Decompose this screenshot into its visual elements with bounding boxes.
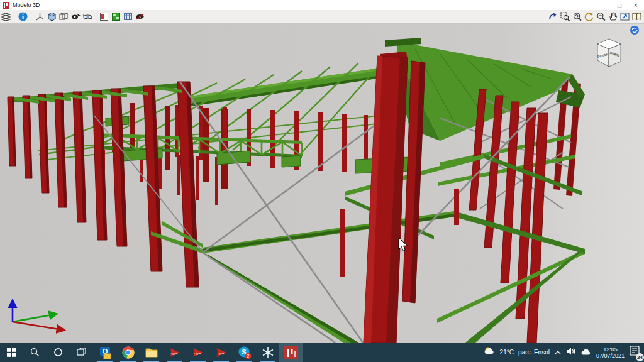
outlook-icon[interactable]: O — [93, 343, 116, 362]
file-explorer-icon[interactable] — [140, 343, 163, 362]
notification-icon[interactable]: 24 — [629, 345, 641, 360]
clock[interactable]: 12:05 07/07/2021 — [596, 346, 625, 359]
minimize-button[interactable]: – — [595, 0, 611, 10]
system-tray: 21°C parc. Ensol 12:05 07/07/2021 24 — [483, 343, 644, 362]
volume-icon[interactable] — [566, 347, 576, 358]
view-cube[interactable]: Frontal Direita — [597, 39, 621, 67]
clock-date: 07/07/2021 — [596, 353, 625, 359]
start-button[interactable] — [0, 343, 23, 362]
notification-count: 24 — [637, 354, 643, 360]
svg-text:cype: cype — [217, 351, 224, 354]
undo-view-icon[interactable] — [547, 11, 559, 23]
view-direction-icon[interactable] — [70, 11, 82, 23]
chrome-icon[interactable] — [116, 343, 140, 362]
axes-icon[interactable] — [34, 11, 46, 23]
solid-view-icon[interactable] — [46, 11, 58, 23]
task-view-icon[interactable] — [70, 343, 93, 362]
orbit-icon[interactable] — [82, 11, 94, 23]
grid-icon[interactable] — [122, 11, 134, 23]
structure-model: Frontal Direita — [0, 24, 644, 343]
weather-icon[interactable] — [483, 346, 496, 359]
help-icon[interactable] — [630, 26, 639, 35]
skype-badge: 2 — [247, 354, 249, 358]
zoom-out-icon[interactable] — [595, 11, 607, 23]
close-button[interactable]: × — [628, 0, 644, 10]
render-icon[interactable] — [110, 11, 122, 23]
window-title: Modelo 3D — [13, 2, 40, 8]
search-icon[interactable] — [23, 343, 47, 362]
zoom-window-icon[interactable] — [559, 11, 571, 23]
rotate-cube-icon[interactable] — [58, 11, 70, 23]
svg-text:cype: cype — [170, 351, 177, 354]
weather-condition[interactable]: parc. Ensol — [518, 349, 550, 356]
onedrive-icon[interactable] — [580, 347, 592, 358]
redraw-icon[interactable] — [583, 11, 595, 23]
help-book-icon[interactable] — [631, 11, 643, 23]
maximize-button[interactable]: □ — [611, 0, 628, 10]
cype-icon[interactable]: cype — [186, 343, 209, 362]
cype-icon[interactable]: cype — [163, 343, 186, 362]
cype3d-active-icon[interactable] — [279, 343, 303, 362]
info-icon[interactable] — [17, 11, 29, 23]
tray-expand-icon[interactable] — [554, 349, 562, 357]
layers-icon[interactable] — [0, 11, 12, 23]
taskbar: O cype cype cype S 2 — [0, 343, 644, 362]
hide-elements-icon[interactable] — [134, 11, 146, 23]
cortana-icon[interactable] — [47, 343, 70, 362]
axis-triad — [13, 302, 63, 330]
zoom-previous-icon[interactable] — [571, 11, 583, 23]
clock-time: 12:05 — [596, 346, 625, 353]
app-icon — [3, 2, 9, 9]
model-3d-viewport[interactable]: Frontal Direita — [0, 24, 644, 343]
svg-text:cype: cype — [194, 351, 201, 354]
cype-icon[interactable]: cype — [209, 343, 233, 362]
section-planes-icon[interactable] — [98, 11, 110, 23]
fit-view-icon[interactable] — [619, 11, 631, 23]
toolbar — [0, 10, 644, 24]
skype-icon[interactable]: S 2 — [233, 343, 256, 362]
pan-icon[interactable] — [607, 11, 619, 23]
weather-temperature[interactable]: 21°C — [500, 349, 514, 356]
snowflake-app-icon[interactable] — [256, 343, 279, 362]
title-bar: Modelo 3D – □ × — [0, 0, 644, 11]
